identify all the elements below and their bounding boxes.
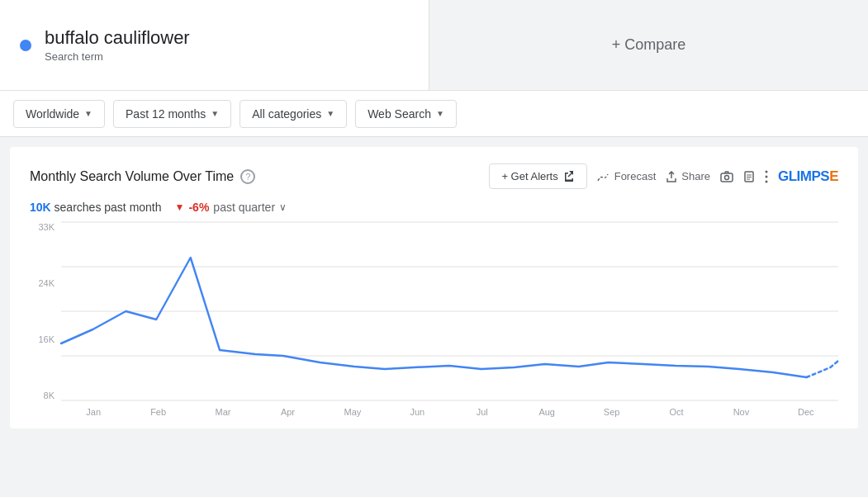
x-label-nov: Nov: [709, 407, 773, 417]
external-link-icon: [563, 171, 575, 182]
x-label-aug: Aug: [515, 407, 579, 417]
more-icon: [765, 170, 768, 183]
y-label-24k: 24K: [30, 278, 55, 288]
get-alerts-label: + Get Alerts: [501, 170, 557, 182]
y-label-8k: 8K: [30, 390, 55, 400]
searches-stat: 10K searches past month: [30, 201, 162, 214]
compare-button[interactable]: + Compare: [429, 0, 868, 90]
document-icon: [743, 171, 755, 182]
categories-filter-arrow: ▼: [326, 109, 334, 118]
x-label-may: May: [320, 407, 385, 417]
x-label-mar: Mar: [191, 407, 255, 417]
glimpse-logo-e: E: [829, 168, 838, 184]
svg-point-1: [724, 175, 728, 179]
x-label-dec: Dec: [774, 407, 838, 417]
time-filter-label: Past 12 months: [126, 107, 206, 121]
camera-button[interactable]: [720, 171, 733, 182]
chart-header: Monthly Search Volume Over Time ? + Get …: [30, 163, 838, 189]
chart-section: Monthly Search Volume Over Time ? + Get …: [10, 147, 858, 428]
chart-svg: [61, 222, 838, 400]
x-axis-labels: Jan Feb Mar Apr May Jun Jul Aug Sep Oct …: [61, 404, 838, 420]
svg-point-6: [765, 170, 767, 173]
share-button[interactable]: Share: [666, 170, 710, 182]
share-label: Share: [681, 170, 710, 182]
glimpse-logo: GLIMPSE: [778, 168, 838, 185]
search-term-text: buffalo cauliflower Search term: [45, 27, 190, 64]
searches-count: 10K: [30, 201, 51, 214]
x-label-apr: Apr: [255, 407, 320, 417]
chart-title-group: Monthly Search Volume Over Time ?: [30, 169, 255, 184]
search-term-type: Search term: [45, 50, 103, 63]
time-filter[interactable]: Past 12 months ▼: [113, 100, 231, 128]
trend-stat: ▼ -6% past quarter ∨: [175, 201, 287, 214]
search-term-name: buffalo cauliflower: [45, 27, 190, 49]
share-icon: [666, 171, 677, 182]
search-type-filter-label: Web Search: [368, 107, 431, 121]
help-icon[interactable]: ?: [240, 169, 255, 184]
y-axis-labels: 33K 24K 16K 8K: [30, 222, 55, 420]
forecast-line: [807, 361, 838, 377]
chart-area: [61, 222, 838, 400]
location-filter-label: Worldwide: [26, 107, 79, 121]
x-label-jan: Jan: [61, 407, 126, 417]
search-type-filter-arrow: ▼: [436, 109, 444, 118]
y-label-33k: 33K: [30, 222, 55, 232]
forecast-button[interactable]: Forecast: [597, 170, 657, 182]
chart-wrapper: 33K 24K 16K 8K Jan Feb Mar: [30, 222, 838, 420]
categories-filter-label: All categories: [252, 107, 321, 121]
search-type-filter[interactable]: Web Search ▼: [355, 100, 457, 128]
categories-filter[interactable]: All categories ▼: [240, 100, 347, 128]
y-label-16k: 16K: [30, 334, 55, 344]
trend-expand-icon[interactable]: ∨: [279, 201, 287, 213]
x-label-jul: Jul: [450, 407, 515, 417]
searches-label: searches past month: [55, 201, 162, 214]
trend-pct: -6%: [188, 201, 209, 214]
x-label-feb: Feb: [126, 407, 190, 417]
get-alerts-button[interactable]: + Get Alerts: [489, 163, 586, 189]
search-dot: [20, 40, 31, 51]
location-filter-arrow: ▼: [84, 109, 92, 118]
svg-point-8: [765, 180, 767, 182]
x-label-oct: Oct: [644, 407, 709, 417]
top-bar: buffalo cauliflower Search term + Compar…: [0, 0, 868, 91]
compare-label: + Compare: [612, 36, 686, 54]
stats-row: 10K searches past month ▼ -6% past quart…: [30, 201, 838, 214]
chart-line: [61, 258, 807, 377]
camera-icon: [720, 171, 733, 182]
chart-title-text: Monthly Search Volume Over Time: [30, 169, 234, 184]
trend-period: past quarter: [213, 201, 275, 214]
location-filter[interactable]: Worldwide ▼: [13, 100, 105, 128]
svg-point-7: [765, 175, 767, 178]
forecast-icon: [597, 171, 610, 182]
time-filter-arrow: ▼: [211, 109, 219, 118]
filters-bar: Worldwide ▼ Past 12 months ▼ All categor…: [0, 91, 868, 137]
more-button[interactable]: [765, 170, 768, 183]
document-button[interactable]: [743, 171, 755, 182]
forecast-label: Forecast: [614, 170, 657, 182]
x-label-sep: Sep: [579, 407, 643, 417]
svg-rect-0: [721, 173, 733, 182]
chart-actions: + Get Alerts Forecast Share GLIMPSE: [489, 163, 838, 189]
search-term-box: buffalo cauliflower Search term: [0, 0, 429, 90]
x-label-jun: Jun: [385, 407, 449, 417]
trend-down-icon: ▼: [175, 201, 185, 213]
